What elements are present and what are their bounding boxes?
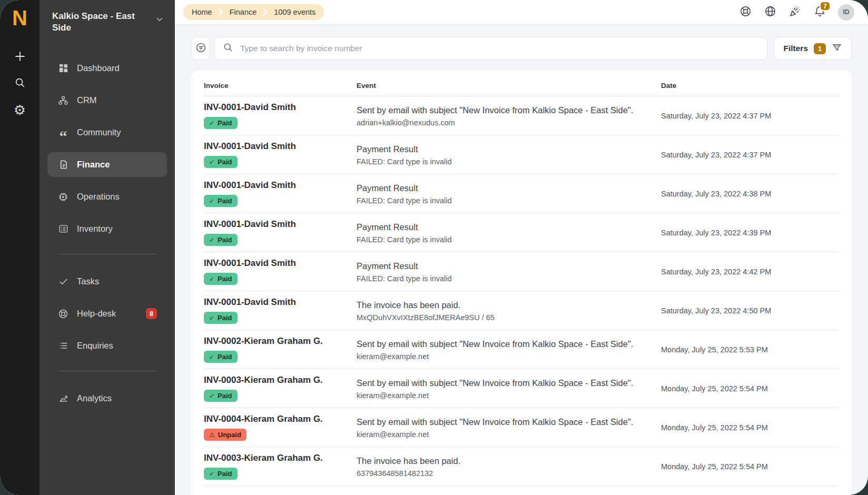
status-label: Paid <box>218 275 232 283</box>
event-detail: 637943648581482132 <box>357 469 650 478</box>
sidebar-item-label: Tasks <box>77 276 99 286</box>
status-label: Paid <box>218 392 232 400</box>
status-icon: ✓ <box>209 354 214 360</box>
event-detail: FAILED: Card type is invalid <box>357 157 650 166</box>
status-label: Paid <box>218 236 232 244</box>
invoice-label: INV-0001-David Smith <box>204 102 357 113</box>
sidebar-item-help-desk[interactable]: Help-desk 8 <box>47 301 167 326</box>
column-header-event: Event <box>357 82 661 90</box>
sidebar-nav: Dashboard CRM “ Community Finance <box>40 56 175 411</box>
sidebar: Kalkio Space - East Side Dashboard CRM “ <box>40 0 175 495</box>
date-cell: Saturday, July 23, 2022 4:37 PM <box>661 151 839 159</box>
table-row[interactable]: INV-0001-David Smith ✓ Paid Payment Resu… <box>204 174 839 213</box>
settings-button[interactable]: ⚙ <box>9 100 31 121</box>
table-row[interactable]: INV-0001-David Smith ✓ Paid Payment Resu… <box>204 135 839 174</box>
avatar[interactable]: ID <box>838 4 854 21</box>
event-cell: Sent by email with subject "New Invoice … <box>357 377 661 399</box>
sidebar-item-finance[interactable]: Finance <box>47 152 167 177</box>
sidebar-divider <box>58 254 156 254</box>
event-cell: Sent by email with subject "New Invoice … <box>357 104 661 126</box>
filters-button[interactable]: Filters 1 <box>774 37 852 60</box>
event-cell: Sent by email with subject "New Invoice … <box>357 416 661 438</box>
search-controls: Filters 1 <box>191 37 852 60</box>
date-cell: Saturday, July 23, 2022 4:50 PM <box>661 306 839 315</box>
event-detail: adrian+kalkio@nexudus.com <box>357 118 650 127</box>
event-title: Payment Result <box>357 221 650 233</box>
table-row[interactable]: INV-0003-Kieram Graham G. ✓ Paid The inv… <box>204 447 839 486</box>
event-cell: Payment Result FAILED: Card type is inva… <box>357 260 661 282</box>
search-bar <box>214 37 767 60</box>
event-detail: kieram@example.net <box>357 391 650 400</box>
date-cell: Saturday, July 23, 2022 4:39 PM <box>661 229 839 237</box>
chevron-right-icon <box>218 8 224 16</box>
notifications-button[interactable]: 7 <box>813 6 826 18</box>
chevron-right-icon <box>262 8 268 16</box>
search-icon <box>14 77 26 91</box>
table-row[interactable]: INV-0001-David Smith ✓ Paid Payment Resu… <box>204 252 839 291</box>
table-row[interactable]: INV-0002-Kieram Graham G. ✓ Paid Sent by… <box>204 330 839 369</box>
sidebar-item-enquiries[interactable]: Enquiries <box>47 333 167 358</box>
table-row[interactable]: INV-0001-David Smith ✓ Paid Payment Resu… <box>204 213 839 252</box>
global-search-button[interactable] <box>9 73 31 94</box>
status-badge: ✓ Paid <box>204 273 238 285</box>
filters-count-badge: 1 <box>814 43 826 54</box>
notification-count-badge: 7 <box>820 1 831 11</box>
event-detail: FAILED: Card type is invalid <box>357 196 650 205</box>
help-button[interactable] <box>739 6 752 18</box>
search-input[interactable] <box>239 43 759 54</box>
circle-filter-icon <box>195 42 206 55</box>
language-button[interactable] <box>764 6 776 18</box>
gear-icon: ⚙ <box>14 103 26 117</box>
sidebar-item-community[interactable]: “ Community <box>47 120 167 145</box>
status-label: Paid <box>218 158 232 166</box>
chart-icon <box>57 393 69 404</box>
status-badge: ✓ Paid <box>204 156 238 168</box>
status-label: Paid <box>218 197 232 205</box>
chip-icon <box>57 191 69 203</box>
table-row[interactable]: INV-0003-Kieram Graham G. ✓ Paid Sent by… <box>204 369 839 408</box>
sidebar-item-operations[interactable]: Operations <box>47 184 167 209</box>
add-button[interactable] <box>9 47 31 68</box>
table-row[interactable]: INV-0001-David Smith ✓ Paid The invoice … <box>204 291 839 330</box>
view-options-button[interactable] <box>191 37 210 60</box>
sidebar-item-crm[interactable]: CRM <box>47 88 167 113</box>
invoice-label: INV-0001-David Smith <box>204 180 357 191</box>
sidebar-item-dashboard[interactable]: Dashboard <box>47 56 167 81</box>
invoice-label: INV-0001-David Smith <box>204 219 357 230</box>
top-bar: Home Finance 1009 events <box>175 0 868 25</box>
status-icon: ✓ <box>209 159 214 165</box>
whats-new-button[interactable] <box>788 6 801 18</box>
workspace-name: Kalkio Space - East Side <box>52 11 155 34</box>
sidebar-item-tasks[interactable]: Tasks <box>47 269 167 294</box>
event-title: Sent by email with subject "New Invoice … <box>357 377 650 389</box>
events-table: Invoice Event Date INV-0001-David Smith … <box>191 71 852 495</box>
workspace-switcher[interactable]: Kalkio Space - East Side <box>40 11 175 34</box>
sidebar-item-inventory[interactable]: Inventory <box>47 216 167 241</box>
invoice-label: INV-0003-Kieram Graham G. <box>204 375 357 385</box>
invoice-cell: INV-0001-David Smith ✓ Paid <box>204 297 357 324</box>
status-badge: ✓ Paid <box>204 390 238 402</box>
table-body: INV-0001-David Smith ✓ Paid Sent by emai… <box>204 96 839 486</box>
invoice-label: INV-0002-Kieram Graham G. <box>204 336 357 346</box>
status-icon: ✓ <box>209 198 214 204</box>
invoice-cell: INV-0001-David Smith ✓ Paid <box>204 102 357 129</box>
table-row[interactable]: INV-0004-Kieram Graham G. ⚠ Unpaid Sent … <box>204 408 839 447</box>
event-detail: kieram@example.net <box>357 430 650 439</box>
column-header-invoice: Invoice <box>204 82 357 90</box>
event-title: Sent by email with subject "New Invoice … <box>357 338 650 350</box>
column-header-date: Date <box>661 82 839 90</box>
table-row[interactable]: INV-0001-David Smith ✓ Paid Sent by emai… <box>204 96 839 135</box>
breadcrumb-events: 1009 events <box>274 8 315 16</box>
breadcrumb-home[interactable]: Home <box>192 8 212 16</box>
event-title: Sent by email with subject "New Invoice … <box>357 416 650 428</box>
event-detail: FAILED: Card type is invalid <box>357 274 650 283</box>
breadcrumb-finance[interactable]: Finance <box>230 8 257 16</box>
event-cell: Sent by email with subject "New Invoice … <box>357 338 661 360</box>
funnel-icon <box>832 42 842 55</box>
list-icon <box>57 340 69 352</box>
sidebar-item-analytics[interactable]: Analytics <box>47 386 167 411</box>
status-badge: ✓ Paid <box>204 234 238 246</box>
status-label: Unpaid <box>218 431 241 439</box>
date-cell: Monday, July 25, 2022 5:54 PM <box>661 462 839 471</box>
dashboard-grid-icon <box>57 63 69 74</box>
